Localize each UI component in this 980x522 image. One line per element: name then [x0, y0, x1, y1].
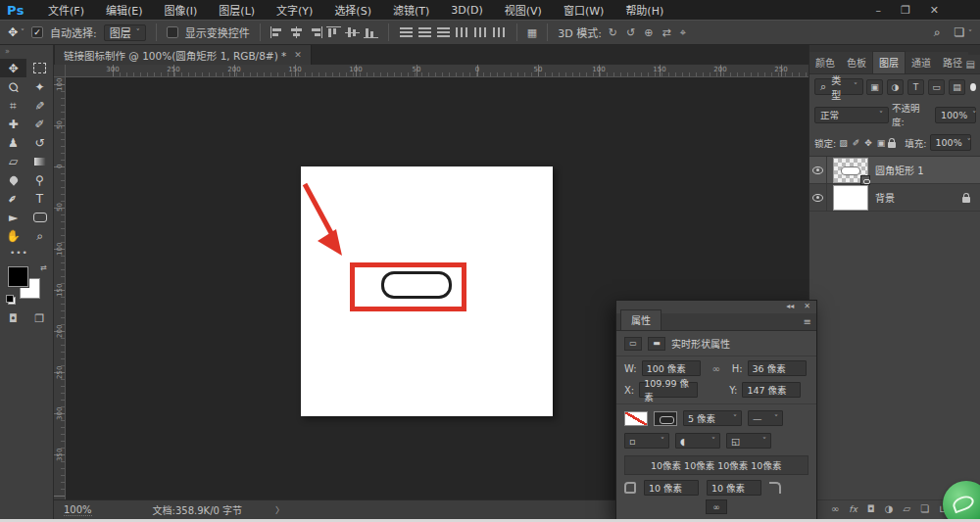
background-lock-icon[interactable] [962, 197, 970, 203]
quick-mask-icon[interactable]: ◘ [9, 312, 18, 325]
3d-rotate-icon[interactable]: ↻ [609, 26, 617, 39]
dodge-tool[interactable]: ⚲ [26, 170, 53, 189]
close-button[interactable]: ✕ [930, 4, 939, 17]
tab-properties[interactable]: 属性 [620, 309, 662, 330]
move-tool-preset[interactable]: ✥ ˅ [8, 25, 24, 39]
menu-item[interactable]: 文字(Y) [266, 2, 323, 18]
close-icon[interactable]: ✕ [294, 50, 302, 60]
crop-tool[interactable]: ⌗ [0, 96, 26, 115]
workspace-switcher[interactable]: ❏ ˅ [954, 25, 972, 39]
y-field[interactable]: 147 像素 [742, 382, 801, 398]
hand-tool[interactable]: ✋ [0, 226, 26, 245]
clone-stamp-tool[interactable]: ♟ [0, 133, 26, 152]
layer-thumbnail[interactable] [833, 185, 868, 211]
rounded-rectangle-shape[interactable] [381, 271, 452, 299]
stroke-type-dropdown[interactable]: — ˅ [748, 410, 783, 426]
zoom-tool[interactable]: ⌕ [26, 226, 53, 245]
healing-brush-tool[interactable]: ✚ [0, 115, 26, 133]
menu-item[interactable]: 3D(D) [440, 4, 494, 17]
layer-visibility-toggle[interactable] [809, 157, 827, 183]
search-icon[interactable]: ⌕ [934, 25, 941, 39]
align-right-edges-icon[interactable] [308, 26, 322, 38]
link-dimensions-icon[interactable]: ∞ [706, 363, 727, 374]
menu-item[interactable]: 图像(I) [154, 2, 209, 18]
horizontal-ruler[interactable]: 30025020015010050050100150200250 [66, 65, 808, 77]
stroke-align-dropdown[interactable]: ▫ ˅ [624, 433, 669, 449]
panel-menu-icon[interactable]: ≡ [804, 316, 811, 327]
menu-item[interactable]: 窗口(W) [553, 2, 614, 18]
adjustment-layer-icon[interactable]: ◑ [885, 503, 894, 514]
menu-item[interactable]: 帮助(H) [614, 2, 674, 18]
filter-type-layers-icon[interactable]: T [907, 79, 924, 95]
eraser-tool[interactable]: ▱ [0, 152, 26, 170]
stroke-corners-dropdown[interactable]: ◱ ˅ [726, 433, 771, 449]
type-tool[interactable]: T [26, 189, 53, 208]
layer-name[interactable]: 圆角矩形 1 [875, 163, 980, 177]
distribute-top-edges-icon[interactable] [399, 26, 414, 38]
magic-wand-tool[interactable]: ✦ [26, 77, 53, 96]
tab-layers[interactable]: 图层 [872, 51, 906, 73]
new-layer-icon[interactable]: ❏ [920, 503, 929, 514]
3d-slide-icon[interactable]: ⇄ [662, 26, 671, 39]
auto-select-target-dropdown[interactable]: 图层 ˅ [104, 24, 146, 41]
distribute-right-edges-icon[interactable] [492, 26, 507, 38]
align-vertical-centers-icon[interactable] [345, 26, 360, 38]
link-radius-values-icon[interactable]: ∞ [706, 499, 727, 514]
align-horizontal-centers-icon[interactable] [289, 26, 304, 38]
distribute-vertical-centers-icon[interactable] [417, 26, 432, 38]
3d-scale-icon[interactable]: ⌖ [680, 26, 686, 39]
toolbar-collapse-icon[interactable]: » [0, 45, 53, 59]
menu-item[interactable]: 图层(L) [208, 2, 266, 18]
align-top-edges-icon[interactable] [326, 26, 341, 38]
layer-thumbnail[interactable] [833, 158, 868, 183]
screen-mode-icon[interactable]: ❐ [34, 312, 44, 325]
panel-menu-icon[interactable]: ▤ [966, 59, 975, 70]
zoom-level-field[interactable]: 100% [64, 504, 92, 516]
stroke-caps-dropdown[interactable]: ◖ ˅ [675, 433, 720, 449]
lock-all-icon[interactable] [888, 142, 896, 148]
filter-shape-layers-icon[interactable]: ▭ [928, 79, 945, 95]
menu-item[interactable]: 选择(S) [323, 2, 382, 18]
distribute-bottom-edges-icon[interactable] [436, 26, 451, 38]
move-tool[interactable]: ✥ [0, 59, 26, 77]
close-panel-icon[interactable]: ✕ [804, 302, 810, 313]
collapse-panel-icon[interactable]: ◂◂ [786, 302, 794, 313]
fill-dropdown[interactable]: 100% ˅ [930, 134, 971, 151]
top-left-radius-field[interactable]: 10 像素 [644, 480, 699, 496]
gradient-tool[interactable] [26, 152, 53, 170]
layer-name[interactable]: 背景 [875, 190, 962, 205]
align-left-edges-icon[interactable] [270, 26, 285, 38]
stroke-color-swatch[interactable] [654, 411, 677, 426]
brush-tool[interactable]: ✐ [26, 115, 53, 133]
blend-mode-dropdown[interactable]: 正常 ˅ [814, 107, 889, 123]
blur-tool[interactable] [0, 170, 26, 189]
path-selection-tool[interactable]: ► [0, 208, 26, 226]
menu-item[interactable]: 滤镜(T) [382, 2, 440, 18]
3d-roll-icon[interactable]: ↺ [626, 26, 635, 39]
layer-visibility-toggle[interactable] [809, 184, 827, 211]
eyedropper-tool[interactable]: ✎ [26, 96, 53, 115]
menu-item[interactable]: 视图(V) [494, 2, 553, 18]
auto-align-icon[interactable]: ▦ [527, 26, 537, 39]
filter-type-dropdown[interactable]: ⌕ 类型 ˅ [814, 78, 863, 95]
height-field[interactable]: 36 像素 [748, 360, 807, 376]
layer-mask-icon[interactable]: ◘ [867, 503, 875, 514]
filter-smart-objects-icon[interactable]: ▤ [949, 79, 965, 95]
edit-toolbar-icon[interactable]: ••• [0, 248, 53, 258]
restore-button[interactable]: ❐ [901, 4, 910, 17]
align-bottom-edges-icon[interactable] [364, 26, 378, 38]
tab-channels[interactable]: 通道 [906, 52, 937, 73]
lock-transparency-icon[interactable]: ▨ [839, 138, 848, 148]
layer-group-icon[interactable]: ▱ [904, 503, 911, 514]
layer-style-icon[interactable]: fx [849, 504, 858, 514]
menu-item[interactable]: 编辑(E) [95, 2, 154, 18]
lasso-tool[interactable]: Ϙ [0, 77, 26, 96]
status-menu-arrow[interactable]: 〉 [275, 503, 284, 516]
layer-row-background[interactable]: 背景 [809, 184, 980, 212]
tab-paths[interactable]: 路径 [937, 52, 968, 73]
top-right-radius-field[interactable]: 10 像素 [707, 480, 761, 496]
lock-artboard-icon[interactable]: ▣ [877, 138, 886, 148]
show-transform-checkbox[interactable] [167, 26, 178, 38]
opacity-dropdown[interactable]: 100% ˅ [935, 107, 976, 123]
vertical-ruler[interactable]: 10050050100150200250300350 [54, 77, 66, 499]
